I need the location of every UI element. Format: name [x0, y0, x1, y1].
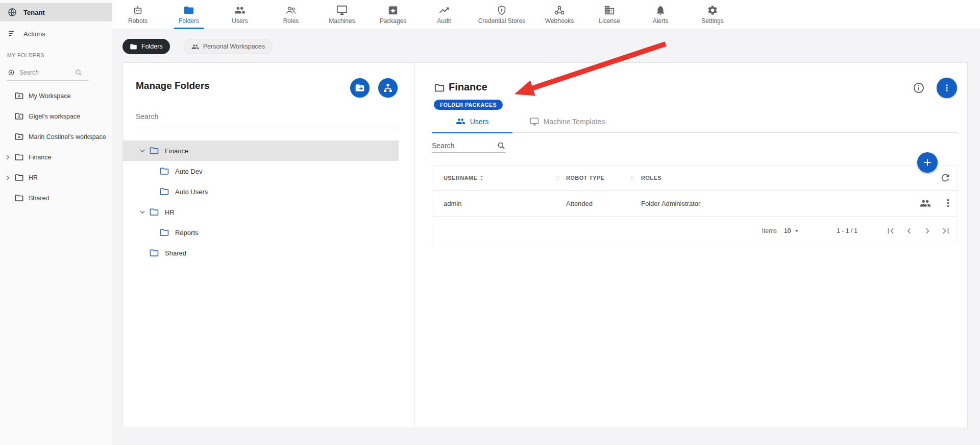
tab-users[interactable]: Users: [214, 0, 265, 29]
row-more-icon[interactable]: [942, 197, 954, 209]
folder-icon: [183, 5, 194, 16]
last-page-icon[interactable]: [940, 225, 951, 237]
webhook-icon: [554, 5, 565, 16]
tab-machine-templates[interactable]: Machine Templates: [512, 110, 622, 133]
hierarchy-icon: [383, 83, 393, 93]
sidebar-item-tenant[interactable]: Tenant: [0, 3, 112, 21]
column-header-username[interactable]: USERNAME: [444, 175, 477, 181]
tab-folders[interactable]: Folders: [163, 0, 214, 29]
folder-plus-icon: [355, 83, 365, 93]
sidebar-item-label: HR: [29, 174, 38, 181]
robot-icon: [132, 5, 143, 16]
manage-user-roles-icon[interactable]: [920, 198, 931, 209]
table-row: admin Attended Folder Administrator: [432, 191, 958, 217]
my-folders-section-label: MY FOLDERS: [7, 52, 44, 58]
sidebar-item-gigels-workspace[interactable]: Gigel's workspace: [0, 106, 112, 127]
tree-item-shared[interactable]: Shared: [123, 243, 399, 263]
main-content-area: Folders Personal Workspaces Manage Folde…: [112, 29, 980, 445]
sidebar-item-hr[interactable]: HR: [0, 168, 112, 188]
monitor-icon: [336, 5, 348, 16]
folder-icon: [149, 248, 159, 258]
tab-folder-users[interactable]: Users: [432, 110, 512, 133]
actions-label: Actions: [23, 30, 45, 38]
folder-menu-button[interactable]: [937, 78, 957, 98]
chip-personal-workspaces[interactable]: Personal Workspaces: [184, 39, 273, 54]
info-icon[interactable]: [913, 82, 925, 94]
tab-audit[interactable]: Audit: [419, 0, 470, 29]
folder-tree: Finance Auto Dev Auto Users HR: [123, 140, 399, 263]
search-scope-icon[interactable]: [7, 68, 15, 77]
tree-item-reports[interactable]: Reports: [123, 222, 399, 243]
drag-handle-icon[interactable]: [629, 174, 636, 182]
tree-item-hr[interactable]: HR: [123, 202, 399, 222]
cell-roles: Folder Administrator: [641, 200, 700, 207]
gear-icon: [707, 5, 718, 16]
tab-license[interactable]: License: [585, 0, 634, 29]
chevron-right-icon[interactable]: [3, 153, 12, 162]
table-header-row: USERNAME ROBOT TYPE ROLES: [432, 166, 958, 191]
sidebar-item-actions[interactable]: Actions: [0, 25, 112, 43]
next-page-icon[interactable]: [922, 225, 933, 237]
column-header-robot-type[interactable]: ROBOT TYPE: [566, 175, 605, 181]
tree-item-finance[interactable]: Finance: [123, 140, 399, 161]
page-size-dropdown-icon[interactable]: [793, 227, 801, 235]
sidebar-item-shared[interactable]: Shared: [0, 188, 112, 208]
sidebar-item-my-workspace[interactable]: My Workspace: [0, 86, 112, 106]
workspace-folder-icon: [14, 132, 24, 142]
add-folder-button[interactable]: [350, 78, 370, 98]
tenant-label: Tenant: [23, 9, 45, 16]
folder-icon: [14, 152, 24, 162]
tab-credential-stores[interactable]: Credential Stores: [470, 0, 534, 29]
sidebar-item-label: Shared: [29, 195, 49, 202]
chevron-down-icon[interactable]: [138, 146, 147, 155]
folder-icon: [159, 186, 169, 197]
sidebar-item-marin-workspace[interactable]: Marin Costinel's workspace: [0, 127, 112, 147]
tab-alerts[interactable]: Alerts: [634, 0, 687, 29]
people-icon: [191, 43, 199, 51]
tab-settings[interactable]: Settings: [687, 0, 738, 29]
folder-detail-panel: Finance FOLDER PACKAGES Users Machine Te: [415, 63, 967, 428]
top-navigation: Robots Folders Users Roles Machines Pack…: [112, 0, 980, 29]
drag-handle-icon[interactable]: [554, 174, 561, 182]
tab-roles[interactable]: Roles: [265, 0, 316, 29]
building-icon: [604, 5, 615, 16]
chevron-down-icon[interactable]: [138, 207, 147, 217]
first-page-icon[interactable]: [885, 225, 896, 237]
table-pagination: Items 10 1 - 1 / 1: [432, 217, 958, 245]
folder-hierarchy-button[interactable]: [378, 78, 398, 98]
sidebar-item-label: Marin Costinel's workspace: [29, 133, 106, 140]
folders-card: Manage Folders Finance: [122, 62, 968, 428]
folder-packages-badge[interactable]: FOLDER PACKAGES: [434, 100, 503, 110]
tab-robots[interactable]: Robots: [112, 0, 163, 29]
column-header-roles[interactable]: ROLES: [641, 175, 662, 181]
globe-icon: [7, 7, 17, 17]
folder-icon: [149, 207, 159, 217]
sidebar-item-finance[interactable]: Finance: [0, 147, 112, 168]
tab-machines[interactable]: Machines: [316, 0, 368, 29]
users-search-input[interactable]: [432, 142, 497, 150]
add-user-button[interactable]: [917, 152, 938, 173]
chevron-right-icon[interactable]: [3, 173, 12, 182]
package-box-icon: [387, 5, 399, 16]
chip-folders[interactable]: Folders: [122, 39, 170, 54]
cell-username: admin: [444, 200, 461, 207]
monitor-icon: [530, 117, 539, 126]
plus-icon: [922, 157, 933, 168]
refresh-icon[interactable]: [940, 172, 951, 183]
users-search: [432, 138, 506, 153]
tab-webhooks[interactable]: Webhooks: [534, 0, 585, 29]
tree-item-auto-users[interactable]: Auto Users: [123, 181, 399, 202]
tab-packages[interactable]: Packages: [368, 0, 419, 29]
sort-icon[interactable]: [477, 174, 486, 182]
view-toggle: Folders Personal Workspaces: [122, 39, 273, 54]
search-icon[interactable]: [497, 141, 506, 150]
search-icon[interactable]: [75, 68, 83, 77]
previous-page-icon[interactable]: [903, 225, 915, 237]
tree-item-auto-dev[interactable]: Auto Dev: [123, 161, 399, 181]
folder-icon: [159, 166, 169, 176]
folders-search-input[interactable]: [136, 112, 399, 121]
page-size-value[interactable]: 10: [784, 227, 791, 235]
panel-title: Manage Folders: [136, 80, 210, 91]
trending-up-icon: [438, 5, 450, 16]
sidebar-search-input[interactable]: [19, 69, 70, 76]
